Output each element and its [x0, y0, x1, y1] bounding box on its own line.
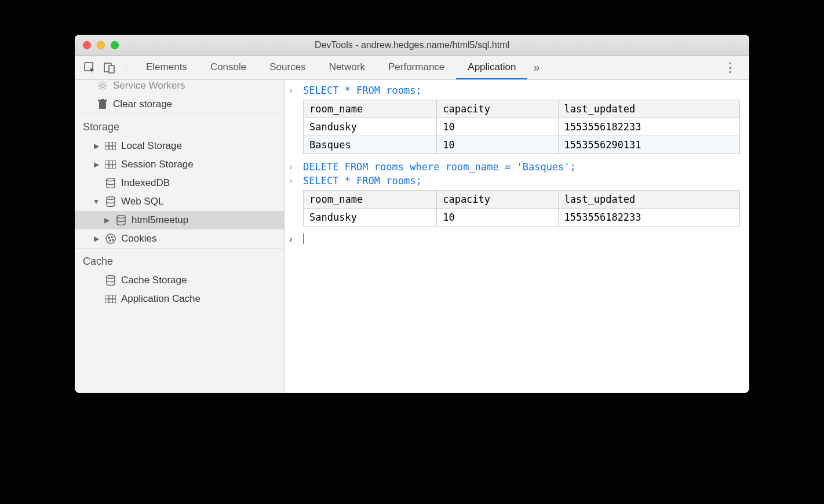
- device-toolbar-icon[interactable]: [101, 60, 118, 76]
- sidebar-item-label: Service Workers: [113, 80, 185, 92]
- sidebar: Service Workers Clear storage Storage ▶ …: [75, 80, 285, 393]
- table-cell: 10: [437, 118, 558, 136]
- text-cursor: [303, 233, 304, 244]
- devtools-window: DevTools - andrew.hedges.name/html5/sql.…: [75, 35, 749, 393]
- sidebar-item-label: Session Storage: [121, 159, 194, 170]
- toolbar: Elements Console Sources Network Perform…: [75, 56, 749, 80]
- sidebar-item-indexeddb[interactable]: IndexedDB: [75, 174, 284, 192]
- sql-statement: SELECT * FROM rooms;: [303, 85, 422, 96]
- svg-point-18: [106, 234, 115, 243]
- svg-point-22: [112, 239, 114, 240]
- maximize-icon[interactable]: [111, 41, 119, 49]
- sidebar-item-label: Web SQL: [121, 196, 163, 207]
- database-icon: [115, 215, 127, 225]
- panel-body: Service Workers Clear storage Storage ▶ …: [75, 80, 749, 393]
- sidebar-item-label: html5meetup: [132, 214, 188, 226]
- output-arrow-icon: ›: [289, 161, 298, 173]
- table-header: room_name: [304, 100, 437, 118]
- toolbar-separator: [126, 61, 126, 75]
- table-cell: 10: [437, 136, 558, 154]
- titlebar: DevTools - andrew.hedges.name/html5/sql.…: [75, 35, 749, 56]
- sidebar-item-session-storage[interactable]: ▶ Session Storage: [75, 155, 284, 174]
- gear-icon: [97, 81, 108, 91]
- trash-icon: [97, 99, 108, 109]
- sql-console[interactable]: › SELECT * FROM rooms; room_name capacit…: [285, 80, 749, 393]
- table-icon: [105, 142, 116, 150]
- svg-point-17: [117, 216, 125, 218]
- database-icon: [105, 196, 116, 207]
- tab-elements[interactable]: Elements: [134, 56, 199, 79]
- sidebar-item-html5meetup[interactable]: ▶ html5meetup: [75, 211, 284, 229]
- table-row[interactable]: Basques 10 1553556290131: [304, 136, 740, 154]
- svg-point-19: [108, 237, 110, 238]
- sidebar-group-cache: Cache: [75, 248, 284, 271]
- chevron-down-icon: ▼: [92, 198, 100, 206]
- result-table: room_name capacity last_updated Sandusky…: [303, 100, 740, 154]
- sidebar-item-cache-storage[interactable]: Cache Storage: [75, 271, 284, 290]
- sidebar-item-local-storage[interactable]: ▶ Local Storage: [75, 137, 284, 155]
- table-cell: 10: [437, 209, 558, 227]
- tab-network[interactable]: Network: [318, 56, 377, 79]
- sidebar-item-label: Clear storage: [113, 98, 172, 110]
- chevron-right-icon: ▶: [92, 235, 100, 243]
- result-table: room_name capacity last_updated Sandusky…: [303, 190, 740, 227]
- kebab-menu-icon[interactable]: ⋮: [718, 60, 742, 75]
- sidebar-item-label: IndexedDB: [121, 177, 170, 189]
- sql-statement: SELECT * FROM rooms;: [303, 175, 422, 187]
- sidebar-item-label: Cache Storage: [121, 275, 187, 286]
- sidebar-item-label: Local Storage: [121, 140, 182, 152]
- table-header: capacity: [437, 100, 558, 118]
- tab-strip: Elements Console Sources Network Perform…: [134, 56, 714, 79]
- table-header: last_updated: [558, 191, 739, 209]
- table-icon: [105, 160, 116, 169]
- table-cell: 1553556182233: [558, 209, 739, 227]
- close-icon[interactable]: [83, 41, 91, 49]
- table-cell: 1553556290131: [558, 136, 739, 154]
- svg-point-20: [111, 236, 112, 238]
- inspect-element-icon[interactable]: [82, 60, 98, 76]
- svg-point-16: [107, 197, 115, 200]
- table-cell: Basques: [304, 136, 437, 154]
- svg-rect-6: [101, 99, 104, 100]
- sidebar-item-clear-storage[interactable]: Clear storage: [75, 95, 284, 114]
- sidebar-item-application-cache[interactable]: Application Cache: [75, 290, 284, 308]
- sidebar-item-cookies[interactable]: ▶ Cookies: [75, 229, 284, 248]
- console-query-row: › SELECT * FROM rooms;: [285, 83, 749, 97]
- chevron-right-icon: ▶: [103, 216, 111, 224]
- table-row[interactable]: Sandusky 10 1553556182233: [304, 118, 740, 136]
- traffic-lights: [75, 41, 119, 49]
- table-row[interactable]: Sandusky 10 1553556182233: [304, 209, 740, 227]
- table-header: room_name: [304, 191, 437, 209]
- svg-rect-2: [109, 65, 114, 73]
- cookie-icon: [105, 233, 116, 244]
- window-title: DevTools - andrew.hedges.name/html5/sql.…: [75, 40, 749, 50]
- sidebar-item-service-workers[interactable]: Service Workers: [75, 80, 284, 95]
- table-cell: Sandusky: [304, 118, 437, 136]
- table-header: last_updated: [558, 100, 739, 118]
- console-query-row: › DELETE FROM rooms where room_name = 'B…: [285, 160, 749, 174]
- tab-console[interactable]: Console: [199, 56, 258, 79]
- svg-point-3: [101, 84, 104, 87]
- sidebar-item-label: Application Cache: [121, 293, 200, 305]
- table-icon: [105, 295, 116, 303]
- more-tabs-icon[interactable]: »: [527, 56, 545, 79]
- input-arrow-icon: ›: [289, 233, 298, 245]
- table-cell: Sandusky: [304, 209, 437, 227]
- tab-performance[interactable]: Performance: [377, 56, 456, 79]
- tab-sources[interactable]: Sources: [258, 56, 317, 79]
- sidebar-group-storage: Storage: [75, 114, 284, 137]
- sql-statement: DELETE FROM rooms where room_name = 'Bas…: [303, 161, 576, 173]
- output-arrow-icon: ›: [289, 175, 298, 187]
- output-arrow-icon: ›: [289, 85, 298, 96]
- database-icon: [105, 178, 116, 188]
- svg-point-15: [107, 178, 115, 181]
- console-input-row[interactable]: ›: [285, 232, 749, 246]
- svg-rect-4: [99, 101, 106, 109]
- chevron-right-icon: ▶: [92, 160, 100, 169]
- svg-point-23: [107, 276, 115, 279]
- minimize-icon[interactable]: [97, 41, 105, 49]
- table-cell: 1553556182233: [558, 118, 739, 136]
- table-header: capacity: [437, 191, 558, 209]
- tab-application[interactable]: Application: [456, 56, 527, 79]
- sidebar-item-websql[interactable]: ▼ Web SQL: [75, 192, 284, 211]
